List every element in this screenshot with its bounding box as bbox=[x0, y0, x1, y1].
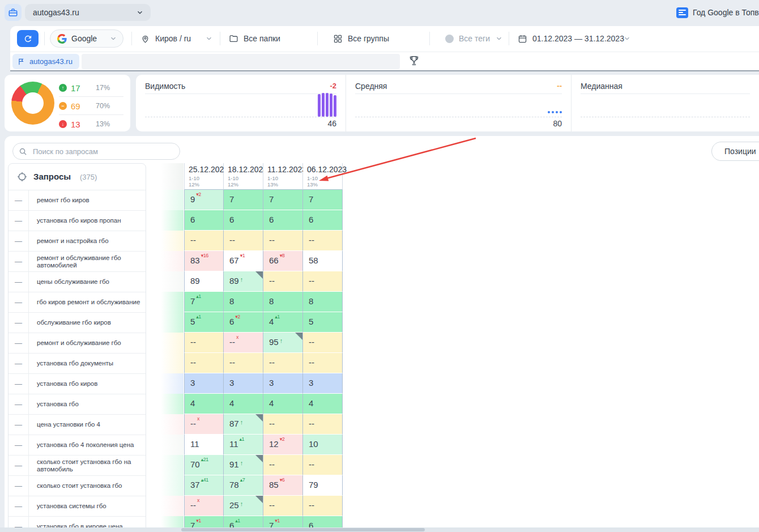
position-cell[interactable]: 3 bbox=[263, 373, 303, 394]
query-search-input[interactable] bbox=[32, 147, 174, 156]
position-cell[interactable]: 83▾16 bbox=[184, 251, 224, 271]
position-cell[interactable]: -- bbox=[303, 231, 343, 251]
news-link[interactable]: Год Google в Топвиз bbox=[676, 6, 759, 19]
position-cell[interactable]: 7▴1 bbox=[184, 292, 224, 312]
median-position-card[interactable]: Медианная bbox=[571, 75, 759, 131]
query-row[interactable]: —установка гбо 4 поколения цена bbox=[8, 435, 146, 456]
position-cell[interactable]: 8 bbox=[263, 292, 303, 312]
date-range-selector[interactable]: 01.12.2023 — 31.12.2023 bbox=[518, 26, 624, 51]
position-cell[interactable]: 12▾2 bbox=[263, 435, 303, 455]
position-cell[interactable]: 3 bbox=[184, 373, 224, 394]
position-cell[interactable]: 79 bbox=[303, 475, 343, 496]
position-cell[interactable]: 58 bbox=[303, 251, 343, 271]
position-cell[interactable]: -- bbox=[184, 353, 224, 373]
query-row[interactable]: —установка гбо киров пропан bbox=[8, 211, 146, 231]
query-row[interactable]: —ремонт и обслуживание гбо bbox=[8, 333, 146, 354]
query-row[interactable]: —ремонт гбо киров bbox=[8, 190, 146, 211]
position-cell[interactable]: 5▴1 bbox=[184, 312, 224, 333]
position-cell[interactable]: 7 bbox=[263, 190, 303, 210]
position-cell[interactable]: -- bbox=[303, 414, 343, 435]
position-cell[interactable]: 6 bbox=[263, 210, 303, 231]
groups-selector[interactable]: Все группы bbox=[333, 26, 389, 51]
query-row[interactable]: —гбо киров ремонт и обслуживание bbox=[8, 292, 146, 313]
column-header-date[interactable]: 06.12.20231-1013% bbox=[303, 163, 343, 190]
positions-tab-button[interactable]: Позиции bbox=[711, 142, 759, 161]
position-cell[interactable]: 4▴1 bbox=[263, 312, 303, 333]
position-cell[interactable]: 3 bbox=[224, 373, 263, 394]
position-cell[interactable]: -- bbox=[303, 333, 343, 353]
position-cell[interactable]: 78▴7 bbox=[224, 475, 263, 496]
position-cell[interactable]: 10 bbox=[303, 435, 343, 455]
query-row[interactable]: —установка гбо киров bbox=[8, 374, 146, 394]
position-cell[interactable]: -- bbox=[224, 353, 263, 373]
position-cell[interactable]: 85▾6 bbox=[263, 475, 303, 496]
position-cell[interactable]: 11▴1 bbox=[224, 435, 263, 455]
position-cell[interactable]: --x bbox=[184, 496, 224, 516]
query-row[interactable]: —установка гбо bbox=[8, 394, 146, 415]
projects-button[interactable] bbox=[5, 4, 22, 21]
position-cell[interactable]: -- bbox=[263, 496, 303, 516]
position-cell[interactable]: 67▾1 bbox=[224, 251, 263, 271]
position-cell[interactable]: 8 bbox=[303, 292, 343, 312]
position-cell[interactable]: 37▴41 bbox=[184, 475, 224, 496]
tags-selector[interactable]: Все теги bbox=[445, 26, 490, 51]
average-position-card[interactable]: Средняя -- 80 bbox=[346, 75, 571, 131]
position-cell[interactable]: 89↑ bbox=[224, 271, 263, 292]
horizontal-scrollbar[interactable] bbox=[0, 527, 759, 532]
folders-selector[interactable]: Все папки bbox=[229, 26, 280, 51]
position-cell[interactable]: -- bbox=[184, 333, 224, 353]
project-selector[interactable]: autogas43.ru bbox=[25, 4, 151, 21]
position-cell[interactable]: 4 bbox=[224, 394, 263, 414]
query-row[interactable]: —сколько стоит установка гбо на автомоби… bbox=[8, 456, 146, 476]
position-cell[interactable]: -- bbox=[224, 231, 263, 251]
query-row[interactable]: —цена установки гбо 4 bbox=[8, 415, 146, 435]
position-cell[interactable]: -- bbox=[303, 271, 343, 292]
position-cell[interactable]: 6 bbox=[184, 210, 224, 231]
visibility-card[interactable]: Видимость -2 46 bbox=[136, 75, 346, 131]
project-tab[interactable]: autogas43.ru bbox=[12, 54, 79, 69]
position-cell[interactable]: 7 bbox=[303, 190, 343, 210]
position-cell[interactable]: 4 bbox=[303, 394, 343, 414]
query-row[interactable]: —цены обслуживание гбо bbox=[8, 272, 146, 292]
position-cell[interactable]: -- bbox=[303, 353, 343, 373]
scrollbar-thumb[interactable] bbox=[181, 528, 425, 531]
query-row[interactable]: —установка системы гбо bbox=[8, 496, 146, 517]
position-cell[interactable]: 66▾8 bbox=[263, 251, 303, 271]
position-cell[interactable]: -- bbox=[263, 455, 303, 475]
position-cell[interactable]: -- bbox=[303, 455, 343, 475]
url-input-zone[interactable] bbox=[82, 54, 400, 69]
position-cell[interactable]: 25↑ bbox=[224, 496, 263, 516]
query-row[interactable]: —обслуживание гбо киров bbox=[8, 313, 146, 333]
chevron-down-icon[interactable] bbox=[205, 35, 213, 42]
position-cell[interactable]: 89 bbox=[184, 271, 224, 292]
query-row[interactable]: —сколько стоит установка гбо bbox=[8, 476, 146, 496]
position-cell[interactable]: 3 bbox=[303, 373, 343, 394]
position-cell[interactable]: 87↑ bbox=[224, 414, 263, 435]
query-row[interactable]: —ремонт и настройка гбо bbox=[8, 231, 146, 252]
position-cell[interactable]: 11 bbox=[184, 435, 224, 455]
position-cell[interactable]: --x bbox=[224, 333, 263, 353]
query-row[interactable]: —ремонт и обслуживание гбо автомобилей bbox=[8, 252, 146, 272]
column-header-date[interactable]: 11.12.20231-1013% bbox=[263, 163, 303, 190]
positions-distribution-card[interactable]: ↑ 17 17% − 69 70% ↓ 13 13% bbox=[5, 75, 130, 131]
chevron-down-icon[interactable] bbox=[495, 35, 503, 42]
position-cell[interactable]: 6 bbox=[303, 210, 343, 231]
position-cell[interactable]: -- bbox=[184, 231, 224, 251]
position-cell[interactable]: -- bbox=[263, 414, 303, 435]
refresh-button[interactable] bbox=[17, 30, 39, 47]
position-cell[interactable]: 6 bbox=[224, 210, 263, 231]
column-header-date[interactable]: 25.12.20231-1012% bbox=[184, 163, 224, 190]
position-cell[interactable]: --x bbox=[184, 414, 224, 435]
position-cell[interactable]: 70▴21 bbox=[184, 455, 224, 475]
position-cell[interactable]: 95↑ bbox=[263, 333, 303, 353]
position-cell[interactable]: 4 bbox=[184, 394, 224, 414]
position-cell[interactable]: -- bbox=[303, 496, 343, 516]
search-engine-selector[interactable]: Google bbox=[50, 29, 123, 48]
position-cell[interactable]: 6▾2 bbox=[224, 312, 263, 333]
target-crosshair-icon[interactable] bbox=[16, 171, 28, 182]
position-cell[interactable]: 7 bbox=[224, 190, 263, 210]
position-cell[interactable]: 4 bbox=[263, 394, 303, 414]
position-cell[interactable]: 91↑ bbox=[224, 455, 263, 475]
position-cell[interactable]: 5 bbox=[303, 312, 343, 333]
position-cell[interactable]: 9▾2 bbox=[184, 190, 224, 210]
